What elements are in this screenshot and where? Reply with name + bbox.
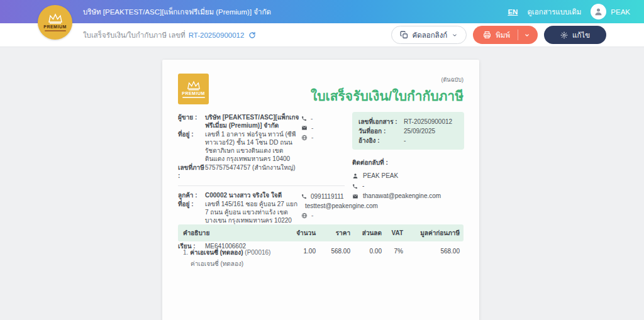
issue-date-value: 25/09/2025 (404, 126, 435, 136)
customer-phone: 0991119111 (311, 192, 344, 201)
document-preview: PREMIUM (ต้นฉบับ) ใบเสร็จรับเงิน/ใบกำกับ… (162, 60, 479, 320)
document-toolbar: ใบเสร็จรับเงิน/ใบกำกับภาษี เลขที่ RT-202… (0, 23, 644, 47)
print-main-segment[interactable]: พิมพ์ (473, 26, 518, 44)
doc-number-label: เลขที่เอกสาร : (358, 117, 404, 126)
page-background: PREMIUM (ต้นฉบับ) ใบเสร็จรับเงิน/ใบกำกับ… (0, 47, 644, 320)
issue-date-label: วันที่ออก : (358, 126, 404, 136)
customer-email: testtest@peakengine.com (305, 201, 378, 211)
item-description-cell: 1.ค่าเอเจนซี่ (ทดลอง) (P00016) ค่าเอเจนซ… (178, 241, 288, 270)
customer-label: ลูกค้า : (178, 191, 205, 199)
contact-name: PEAK PEAK (363, 171, 398, 181)
seller-address-label: ที่อยู่ : (178, 130, 205, 163)
mail-icon (352, 194, 358, 199)
item-price: 568.00 (319, 241, 354, 270)
print-button[interactable]: พิมพ์ (473, 26, 538, 44)
chevron-down-icon (524, 32, 530, 38)
breadcrumb: ใบเสร็จรับเงิน/ใบกำกับภาษี เลขที่ RT-202… (83, 30, 256, 41)
seller-tax-id: 5757575474757 (สำนักงานใหญ่) (205, 163, 301, 180)
phone-icon (301, 194, 307, 199)
line-items-table: คำอธิบาย จำนวน ราคา ส่วนลด VAT มูลค่าก่อ… (178, 224, 464, 270)
edit-label: แก้ไข (572, 30, 590, 41)
column-header-quantity: จำนวน (288, 224, 319, 241)
user-menu[interactable]: PEAK (591, 4, 630, 19)
phone-icon (352, 184, 358, 189)
seller-tax-label: เลขที่ภาษี : (178, 163, 205, 180)
brand-logo[interactable]: PREMIUM (38, 5, 72, 40)
seller-website: - (311, 133, 313, 142)
copy-link-button[interactable]: คัดลอกลิงก์ (391, 26, 467, 44)
document-number-link[interactable]: RT-20250900012 (189, 31, 245, 39)
customer-address: เลขที่ 145/161 ซอย คู้บอน 27 แยก 7 ถนน ค… (205, 200, 301, 224)
topbar: บริษัท [PEAKTEST/ASC][แพ็กเกจฟรีเมี่ยม (… (0, 0, 644, 23)
contact-back-label: ติดต่อกลับที่ : (352, 158, 464, 167)
crown-icon (47, 13, 64, 24)
person-icon (352, 173, 358, 179)
document-info-box: เลขที่เอกสาร : RT-20250900012 วันที่ออก … (352, 112, 464, 150)
customer-name: C00002 นางสาว จริงใจ ใจดี (205, 191, 301, 199)
column-header-vat: VAT (386, 224, 407, 241)
view-original-link[interactable]: ดูเอกสารแบบเดิม (527, 6, 581, 18)
globe-icon (301, 135, 308, 141)
language-toggle[interactable]: EN (508, 8, 518, 16)
reference-value: - (404, 136, 406, 145)
seller-address: เลขที่ 1 อาคาร ฟอร์จูน ทาวน์ (ซีพี ทาวเว… (205, 130, 301, 163)
brand-logo-subline (45, 30, 66, 31)
chevron-down-icon (452, 32, 458, 38)
table-header-row: คำอธิบาย จำนวน ราคา ส่วนลด VAT มูลค่าก่อ… (178, 224, 464, 241)
seller-email: - (311, 123, 313, 133)
mail-icon (301, 125, 308, 131)
seller-label: ผู้ขาย : (178, 113, 205, 130)
company-title: บริษัท [PEAKTEST/ASC][แพ็กเกจฟรีเมี่ยม (… (83, 6, 271, 18)
globe-icon (301, 212, 308, 219)
item-discount: 0.00 (354, 241, 386, 270)
doc-number-value: RT-20250900012 (404, 117, 452, 126)
column-header-pretax-amount: มูลค่าก่อนภาษี (407, 224, 464, 241)
column-header-price: ราคา (319, 224, 354, 241)
customer-website: - (311, 211, 313, 220)
doc-info-column: เลขที่เอกสาร : RT-20250900012 วันที่ออก … (352, 112, 464, 201)
contact-phone: - (362, 181, 364, 191)
item-vat: 7% (386, 241, 407, 270)
seller-block: ผู้ขาย : บริษัท [PEAKTEST/ASC][แพ็กเกจฟร… (178, 113, 350, 180)
item-subdescription: ค่าเอเจนซี่ (ทดลอง) (183, 259, 284, 268)
contact-email: thanawat@peakengine.com (363, 191, 441, 201)
column-header-discount: ส่วนลด (354, 224, 386, 241)
edit-button[interactable]: แก้ไข (544, 26, 606, 44)
seller-name: บริษัท [PEAKTEST/ASC][แพ็กเกจฟรีเมี่ยม (… (205, 113, 301, 130)
phone-icon (301, 116, 307, 121)
table-row: 1.ค่าเอเจนซี่ (ทดลอง) (P00016) ค่าเอเจนซ… (178, 241, 464, 270)
user-avatar-icon (591, 4, 606, 19)
gear-icon (560, 31, 568, 39)
printer-icon (483, 31, 491, 39)
column-header-description: คำอธิบาย (178, 224, 288, 241)
seller-phone: - (311, 114, 313, 123)
reference-label: อ้างอิง : (358, 136, 404, 145)
print-dropdown-toggle[interactable] (518, 26, 538, 44)
seller-contact-icons: - - - (301, 114, 350, 142)
item-code: (P00016) (245, 249, 270, 256)
item-quantity: 1.00 (288, 241, 319, 270)
customer-address-label: ที่อยู่ : (178, 200, 205, 224)
breadcrumb-label: ใบเสร็จรับเงิน/ใบกำกับภาษี เลขที่ (83, 30, 186, 41)
username-label: PEAK (611, 8, 630, 16)
item-pretax-amount: 568.00 (407, 241, 464, 270)
item-name: ค่าเอเจนซี่ (ทดลอง) (190, 249, 243, 256)
brand-logo-text: PREMIUM (43, 25, 67, 29)
contact-back-block: ติดต่อกลับที่ : PEAK PEAK - thanawat@pea… (352, 158, 464, 201)
item-index: 1. (183, 249, 188, 256)
copy-icon (400, 31, 408, 39)
refresh-icon[interactable] (248, 31, 256, 39)
copy-link-label: คัดลอกลิงก์ (413, 30, 448, 41)
print-label: พิมพ์ (496, 30, 510, 41)
section-divider (178, 185, 345, 186)
